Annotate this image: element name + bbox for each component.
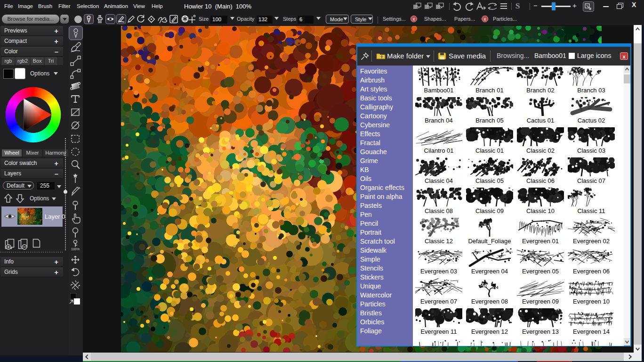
svg-text:100%: 100% <box>71 247 80 251</box>
